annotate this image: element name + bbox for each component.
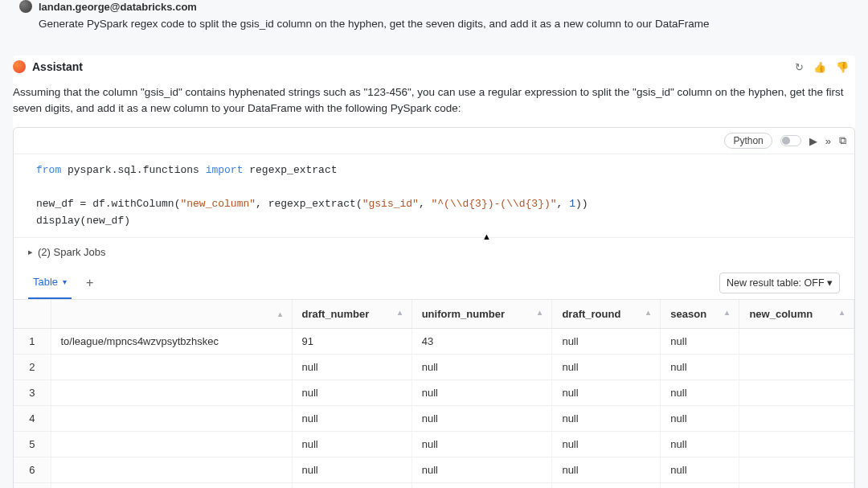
code-text: new_df = df.withColumn( <box>36 198 180 210</box>
cell: null <box>292 380 411 406</box>
cell: null <box>661 329 739 355</box>
cell: null <box>292 355 411 380</box>
result-table-scroll[interactable]: ▴ draft_number▴ uniform_number▴ draft_ro… <box>14 300 854 488</box>
cell <box>739 406 854 432</box>
cell <box>739 355 854 380</box>
refresh-icon[interactable]: ↻ <box>795 61 804 73</box>
col-blank[interactable]: ▴ <box>51 300 292 329</box>
table-row[interactable]: 1 to/league/mpncs4wzvpsytbzhskec 91 43 n… <box>14 329 854 355</box>
cell: null <box>552 457 661 483</box>
code-text: pyspark.sql.functions <box>61 164 205 176</box>
new-result-select[interactable]: New result table: OFF ▾ <box>719 273 840 293</box>
table-row[interactable]: 4 null null null null <box>14 406 854 432</box>
chevron-down-icon: ▾ <box>63 277 67 286</box>
expand-icon[interactable]: » <box>825 135 831 147</box>
assistant-name: Assistant <box>32 60 83 73</box>
cell-toggle[interactable] <box>780 135 801 146</box>
cell: null <box>661 406 739 432</box>
code-text: , regexp_extract( <box>256 198 362 210</box>
code-string: "gsis_id" <box>362 198 419 210</box>
cell: null <box>552 380 661 406</box>
chevron-right-icon: ▸ <box>28 247 33 257</box>
thumbs-up-icon[interactable]: 👍 <box>813 61 826 73</box>
table-body: 1 to/league/mpncs4wzvpsytbzhskec 91 43 n… <box>14 329 854 488</box>
assistant-avatar <box>13 60 26 73</box>
add-tab-button[interactable]: + <box>86 276 93 290</box>
result-table: ▴ draft_number▴ uniform_number▴ draft_ro… <box>14 300 854 488</box>
col-draft-number[interactable]: draft_number▴ <box>292 300 411 329</box>
cell <box>739 483 854 488</box>
cell: null <box>661 355 739 380</box>
run-icon[interactable]: ▶ <box>809 135 817 147</box>
cell-toolbar: Python ▶ » ⧉ <box>14 128 854 154</box>
result-tabs: Table ▾ + New result table: OFF ▾ <box>14 266 854 300</box>
col-draft-round[interactable]: draft_round▴ <box>552 300 661 329</box>
code-editor[interactable]: from pyspark.sql.functions import regexp… <box>14 154 854 238</box>
tab-table[interactable]: Table ▾ <box>28 266 72 299</box>
table-header-row: ▴ draft_number▴ uniform_number▴ draft_ro… <box>14 300 854 329</box>
cell: null <box>411 432 552 457</box>
code-text: , <box>557 198 570 210</box>
spark-jobs-toggle[interactable]: ▸ (2) Spark Jobs <box>14 238 854 266</box>
row-num: 1 <box>14 329 51 355</box>
cell <box>51 380 292 406</box>
cell: null <box>411 380 552 406</box>
tab-table-label: Table <box>33 276 58 288</box>
code-text: , <box>419 198 432 210</box>
row-num: 2 <box>14 355 51 380</box>
code-text: )) <box>575 198 588 210</box>
user-avatar <box>19 0 32 13</box>
cell: null <box>661 457 739 483</box>
assistant-actions: ↻ 👍 👎 <box>795 61 849 73</box>
cell: 43 <box>411 329 552 355</box>
code-text: display(new_df) <box>36 215 130 227</box>
row-num: 5 <box>14 432 51 457</box>
user-message: landan.george@databricks.com Generate Py… <box>0 0 868 39</box>
cell: null <box>552 355 661 380</box>
row-num: 7 <box>14 483 51 488</box>
cell <box>661 483 739 488</box>
cell <box>739 432 854 457</box>
table-row[interactable]: 6 null null null null <box>14 457 854 483</box>
code-cell: Python ▶ » ⧉ from pyspark.sql.functions … <box>13 127 855 488</box>
cell <box>51 406 292 432</box>
cell <box>739 380 854 406</box>
cell <box>51 483 292 488</box>
table-row[interactable]: 7 <box>14 483 854 488</box>
cell: null <box>661 432 739 457</box>
user-email: landan.george@databricks.com <box>39 1 197 13</box>
copy-icon[interactable]: ⧉ <box>839 134 846 147</box>
cell: null <box>292 406 411 432</box>
code-keyword: from <box>36 164 61 176</box>
cell: null <box>552 432 661 457</box>
cell: 91 <box>292 329 411 355</box>
cell <box>51 457 292 483</box>
table-row[interactable]: 2 null null null null <box>14 355 854 380</box>
cell: null <box>411 406 552 432</box>
cell <box>411 483 552 488</box>
col-season[interactable]: season▴ <box>661 300 739 329</box>
assistant-header: Assistant ↻ 👍 👎 <box>13 55 855 78</box>
table-row[interactable]: 3 null null null null <box>14 380 854 406</box>
thumbs-down-icon[interactable]: 👎 <box>836 61 849 73</box>
language-pill[interactable]: Python <box>724 133 772 149</box>
assistant-message: Assistant ↻ 👍 👎 Assuming that the column… <box>13 55 855 488</box>
spark-jobs-label: (2) Spark Jobs <box>38 246 106 258</box>
row-num: 4 <box>14 406 51 432</box>
cell <box>739 457 854 483</box>
code-string: "new_column" <box>180 198 256 210</box>
cell: null <box>411 457 552 483</box>
code-number: 1 <box>569 198 575 210</box>
table-row[interactable]: 5 null null null null <box>14 432 854 457</box>
cell: null <box>292 432 411 457</box>
col-uniform-number[interactable]: uniform_number▴ <box>411 300 552 329</box>
cell <box>51 355 292 380</box>
cell <box>552 483 661 488</box>
code-string: "^(\\d{3})-(\\d{3})" <box>432 198 557 210</box>
assistant-response-text: Assuming that the column "gsis_id" conta… <box>13 84 855 116</box>
col-new-column[interactable]: new_column▴ <box>739 300 854 329</box>
col-rownum[interactable] <box>14 300 51 329</box>
row-num: 6 <box>14 457 51 483</box>
cell: to/league/mpncs4wzvpsytbzhskec <box>51 329 292 355</box>
code-keyword: import <box>206 164 244 176</box>
